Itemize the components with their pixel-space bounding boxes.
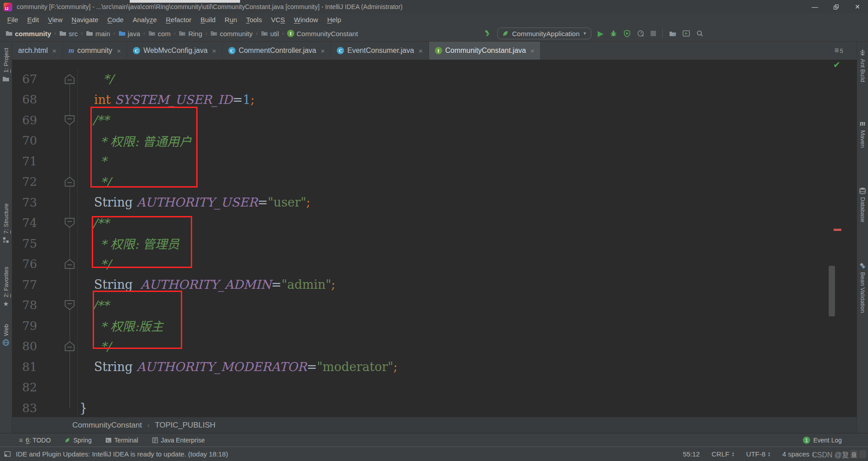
breadcrumb-project[interactable]: community xyxy=(5,30,51,38)
window-title: community [F:\community] - ...\src\main\… xyxy=(17,3,402,10)
menu-file[interactable]: File xyxy=(3,16,23,24)
breadcrumb-java[interactable]: java xyxy=(118,30,141,38)
toolwindow-spring[interactable]: Spring xyxy=(64,437,91,444)
screenshot-artifact xyxy=(130,0,240,3)
menu-edit[interactable]: Edit xyxy=(23,16,43,24)
hidden-tabs-dropdown[interactable]: ≡ 5 xyxy=(835,42,857,60)
run-configuration-select[interactable]: CommunityApplication ▼ xyxy=(497,28,591,39)
indent-select[interactable]: 4 spaces▲▼ xyxy=(783,450,815,458)
breadcrumb-main[interactable]: main xyxy=(86,30,110,38)
fold-collapse-icon[interactable] xyxy=(65,176,75,187)
menu-analyze[interactable]: Analyze xyxy=(128,16,161,24)
menu-tools[interactable]: Tools xyxy=(241,16,266,24)
fold-collapse-icon[interactable] xyxy=(65,341,75,352)
caret-position-widget[interactable]: 55:12 xyxy=(683,450,700,458)
sidebar-item-favorites[interactable]: 2: Favorites ★ xyxy=(0,267,12,307)
tab-community[interactable]: m community × xyxy=(63,42,127,60)
tool-window-toggle-icon[interactable] xyxy=(4,451,11,457)
menu-run[interactable]: Run xyxy=(220,16,242,24)
event-count-badge: 1 xyxy=(803,437,810,444)
breadcrumb-util[interactable]: util xyxy=(261,30,279,38)
globe-icon xyxy=(2,339,9,346)
menu-view[interactable]: View xyxy=(43,16,67,24)
build-hammer-icon[interactable] xyxy=(484,30,491,37)
breadcrumb-ring[interactable]: Ring xyxy=(179,30,202,38)
tab-close-icon[interactable]: × xyxy=(52,47,57,55)
restore-icon xyxy=(834,5,839,9)
tab-close-icon[interactable]: × xyxy=(530,47,534,55)
menu-navigate[interactable]: Navigate xyxy=(67,16,103,24)
debug-bug-icon[interactable] xyxy=(610,30,617,37)
toolwindow-java-enterprise[interactable]: Java Enterprise xyxy=(152,437,205,444)
gutter-fold-column xyxy=(37,254,78,275)
toolwindow-todo[interactable]: ≡ 6: TODO xyxy=(19,436,51,444)
gutter-fold-column xyxy=(37,377,78,398)
breadcrumb-class[interactable]: CommunityConstant xyxy=(72,421,142,430)
maven-icon: m xyxy=(860,119,865,127)
tab-commentcontroller[interactable]: C CommentController.java × xyxy=(222,42,331,60)
breadcrumb-member[interactable]: TOPIC_PUBLISH xyxy=(155,421,216,430)
menu-code[interactable]: Code xyxy=(103,16,128,24)
breadcrumb-separator: › xyxy=(205,30,207,37)
fold-collapse-icon[interactable] xyxy=(65,74,75,85)
error-stripe-mark[interactable] xyxy=(834,229,841,231)
line-ending-select[interactable]: CRLF▲▼ xyxy=(712,450,735,458)
search-everywhere-icon[interactable] xyxy=(696,30,703,37)
close-button[interactable]: ✕ xyxy=(847,0,868,14)
tab-communityconstant[interactable]: I CommunityConstant.java × xyxy=(429,42,541,60)
breadcrumb-com[interactable]: com xyxy=(148,30,170,38)
sidebar-item-database[interactable]: Database xyxy=(857,187,868,222)
run-with-coverage-icon[interactable] xyxy=(623,30,631,37)
run-toolbar: CommunityApplication ▼ ▶ xyxy=(484,28,863,39)
menu-vcs[interactable]: VCS xyxy=(266,16,289,24)
sidebar-item-web[interactable]: Web xyxy=(0,324,12,346)
editor-scrollbar[interactable] xyxy=(829,266,835,316)
editor-line: 67 */ xyxy=(12,69,857,89)
editor-tab-bar: arch.html × m community × C WebMvcConfig… xyxy=(12,42,857,60)
tab-close-icon[interactable]: × xyxy=(117,47,121,55)
class-icon: C xyxy=(228,47,236,54)
menu-refactor[interactable]: Refactor xyxy=(161,16,196,24)
tab-arch-html[interactable]: arch.html × xyxy=(12,42,63,60)
menu-window[interactable]: Window xyxy=(289,16,322,24)
tab-close-icon[interactable]: × xyxy=(419,47,423,55)
fold-expand-icon[interactable] xyxy=(65,217,75,228)
menu-help[interactable]: Help xyxy=(323,16,346,24)
profiler-icon[interactable] xyxy=(637,30,644,37)
run-icon[interactable]: ▶ xyxy=(598,29,604,38)
toolwindow-event-log[interactable]: 1 Event Log xyxy=(803,437,842,444)
breadcrumb-src[interactable]: src xyxy=(59,30,78,38)
sidebar-item-ant-build[interactable]: Ant Build xyxy=(857,49,868,82)
minimize-button[interactable]: — xyxy=(804,0,826,14)
tool-windows-icon[interactable] xyxy=(669,30,676,37)
inspection-ok-icon[interactable]: ✔ xyxy=(833,60,840,70)
package-icon xyxy=(148,30,156,37)
restore-button[interactable] xyxy=(826,0,847,14)
sidebar-item-maven[interactable]: m Maven xyxy=(857,119,868,148)
toolwindow-terminal[interactable]: Terminal xyxy=(105,437,138,444)
fold-expand-icon[interactable] xyxy=(65,300,75,310)
encoding-select[interactable]: UTF-8▲▼ xyxy=(746,450,771,458)
sidebar-item-bean-validation[interactable]: Bean Validation xyxy=(857,262,868,313)
menu-build[interactable]: Build xyxy=(196,16,220,24)
status-message[interactable]: IDE and Plugin Updates: IntelliJ IDEA is… xyxy=(16,450,228,458)
fold-collapse-icon[interactable] xyxy=(65,259,75,269)
breadcrumb-file[interactable]: I CommunityConstant xyxy=(287,30,358,38)
sidebar-item-project[interactable]: 1: Project xyxy=(0,48,12,83)
line-number: 74 xyxy=(12,216,37,230)
tab-close-icon[interactable]: × xyxy=(212,47,216,55)
sidebar-item-structure[interactable]: 7: Structure xyxy=(0,203,12,244)
close-icon: ✕ xyxy=(855,3,860,10)
breadcrumb-community[interactable]: community xyxy=(210,30,253,38)
tab-eventconsumer[interactable]: C EventConsumer.java × xyxy=(331,42,429,60)
toolbar-divider xyxy=(662,29,663,38)
tab-webmvcconfig[interactable]: C WebMvcConfig.java × xyxy=(127,42,222,60)
fold-expand-icon[interactable] xyxy=(65,115,75,126)
editor-line: 81 String AUTHORITY_MODERATOR="moderator… xyxy=(12,357,857,377)
run-anything-icon[interactable] xyxy=(683,30,690,37)
breadcrumb-separator: › xyxy=(143,30,145,37)
tab-close-icon[interactable]: × xyxy=(321,47,325,55)
line-number: 67 xyxy=(12,72,37,86)
breadcrumb-separator: › xyxy=(256,30,258,37)
code-editor[interactable]: 67 */ 68 int SYSTEM_USER_ID=1; 69 xyxy=(12,60,857,417)
